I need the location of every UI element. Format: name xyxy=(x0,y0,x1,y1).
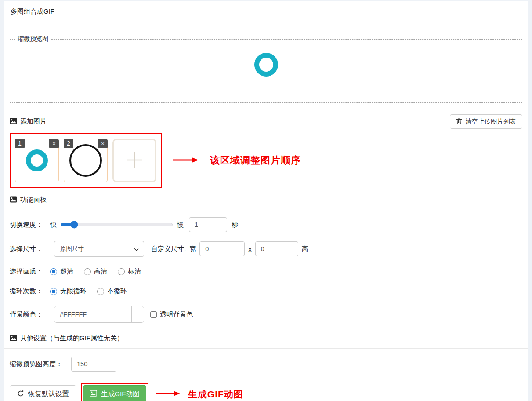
image-icon xyxy=(10,196,17,204)
radio-icon[interactable] xyxy=(97,288,104,295)
speed-slider-thumb[interactable] xyxy=(71,221,78,229)
size-select[interactable]: 原图尺寸 xyxy=(54,241,144,257)
gif-preview-frame xyxy=(254,53,278,77)
divider xyxy=(4,22,528,22)
image-icon xyxy=(90,390,97,398)
thumbnail-image-black-ring xyxy=(69,144,102,177)
radio-icon[interactable] xyxy=(84,268,91,275)
divider xyxy=(4,348,528,349)
radio-icon[interactable] xyxy=(50,288,57,295)
generate-gif-button[interactable]: 生成GIF动图 xyxy=(83,385,146,401)
speed-slider[interactable] xyxy=(61,223,173,226)
background-color-group xyxy=(54,306,144,323)
clear-upload-list-button[interactable]: 清空上传图片列表 xyxy=(450,114,522,129)
generate-annotation-text: 生成GIF动图 xyxy=(188,388,243,401)
arrow-right-icon xyxy=(156,390,181,398)
thumbnail-order-badge: 1 xyxy=(15,139,25,148)
width-label: 宽 xyxy=(189,245,196,253)
plus-icon xyxy=(124,150,145,171)
speed-label: 切换速度： xyxy=(10,221,50,229)
add-images-header: 添加图片 xyxy=(10,117,47,126)
color-swatch[interactable] xyxy=(131,306,144,322)
trash-icon xyxy=(456,118,462,126)
custom-size-label: 自定义尺寸: xyxy=(151,245,186,253)
radio-icon[interactable] xyxy=(50,268,57,275)
size-select-value: 原图尺寸 xyxy=(60,245,84,253)
image-order-zone[interactable]: 1 × 2 × xyxy=(10,133,162,188)
image-thumbnail-1[interactable]: 1 × xyxy=(15,139,59,182)
refresh-icon xyxy=(17,390,24,399)
checkbox-icon[interactable] xyxy=(150,311,157,318)
preview-legend: 缩微预览图 xyxy=(15,35,51,43)
other-settings-header: 其他设置（与生成的GIF属性无关） xyxy=(10,334,522,343)
page-title: 多图组合成GIF xyxy=(10,7,522,16)
image-icon xyxy=(10,118,17,126)
remove-image-button[interactable]: × xyxy=(98,139,108,148)
speed-fast-label: 快 xyxy=(50,221,57,229)
loop-label: 循环次数： xyxy=(10,287,50,295)
transparent-background-option[interactable]: 透明背景色 xyxy=(150,310,193,319)
chevron-down-icon xyxy=(134,246,139,252)
function-panel-label: 功能面板 xyxy=(20,196,47,204)
custom-height-input[interactable] xyxy=(255,241,298,256)
quality-label: 选择画质： xyxy=(10,267,50,276)
speed-slow-label: 慢 xyxy=(177,221,184,229)
thumbnail-image-cyan-ring xyxy=(26,149,48,171)
arrow-right-icon xyxy=(172,157,199,165)
gif-maker-panel: 多图组合成GIF 缩微预览图 添加图片 清空上传图片列表 1 × xyxy=(4,1,528,401)
generate-annotation-box: 生成GIF动图 xyxy=(81,383,148,401)
loop-option-infinite[interactable]: 无限循环 xyxy=(50,287,87,295)
remove-image-button[interactable]: × xyxy=(49,139,59,148)
order-zone-annotation: 该区域调整图片顺序 xyxy=(210,154,301,167)
size-separator: x xyxy=(248,245,252,253)
divider xyxy=(4,210,528,210)
quality-option-ultra[interactable]: 超清 xyxy=(50,267,73,276)
add-images-label: 添加图片 xyxy=(20,117,47,126)
loop-option-none[interactable]: 不循环 xyxy=(97,287,127,295)
quality-option-standard[interactable]: 标清 xyxy=(118,267,141,276)
preview-area: 缩微预览图 xyxy=(10,35,522,103)
preview-height-input[interactable] xyxy=(71,357,116,372)
reset-defaults-button[interactable]: 恢复默认设置 xyxy=(10,385,76,401)
preview-height-label: 缩微预览图高度： xyxy=(10,360,62,368)
quality-option-high[interactable]: 高清 xyxy=(84,267,107,276)
image-icon xyxy=(10,335,17,343)
thumbnail-order-badge: 2 xyxy=(64,139,73,148)
image-thumbnail-2[interactable]: 2 × xyxy=(64,139,108,182)
radio-icon[interactable] xyxy=(118,268,125,275)
size-label: 选择尺寸： xyxy=(10,245,50,253)
background-color-label: 背景颜色： xyxy=(10,310,50,319)
other-settings-label: 其他设置（与生成的GIF属性无关） xyxy=(20,334,123,343)
background-color-input[interactable] xyxy=(54,306,131,322)
add-image-button[interactable] xyxy=(112,139,156,182)
custom-width-input[interactable] xyxy=(199,241,245,256)
speed-unit-label: 秒 xyxy=(232,221,238,229)
function-panel-header: 功能面板 xyxy=(10,196,522,204)
speed-seconds-input[interactable] xyxy=(189,217,227,232)
height-label: 高 xyxy=(302,245,308,253)
